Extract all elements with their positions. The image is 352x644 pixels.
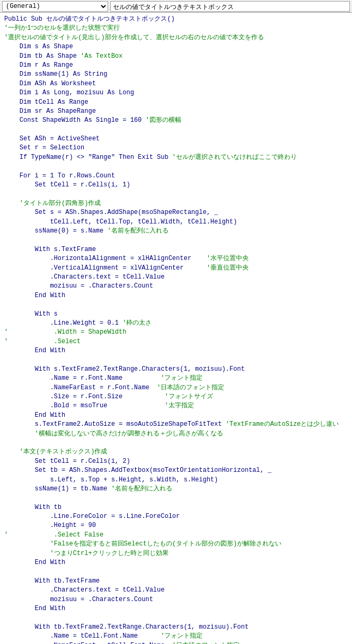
code-line: 'タイトル部分(四角形)作成	[4, 199, 348, 208]
code-line: Dim ASh As Worksheet	[4, 79, 348, 88]
code-line: tCell.Left, tCell.Top, tCell.Width, tCel…	[4, 218, 348, 227]
code-line: Dim r As Range	[4, 61, 348, 70]
code-line: Dim s As Shape	[4, 42, 348, 51]
code-line: .Characters.text = tCell.Value	[4, 273, 348, 282]
code-line: '横幅は変化しないで高さだけが調整される＋少し高さが高くなる	[4, 430, 348, 439]
code-line: With s	[4, 310, 348, 319]
scope-dropdown[interactable]: (General)	[2, 1, 108, 12]
code-line: .Name = tCell.Font.Name 'フォント指定	[4, 632, 348, 641]
code-line: ssName(1) = tb.Name '名前を配列に入れる	[4, 485, 348, 494]
code-line: Const ShapeWidth As Single = 160 '図形の横幅	[4, 116, 348, 125]
code-line: Dim i As Long, mozisuu As Long	[4, 88, 348, 97]
code-line: With s.TextFrame	[4, 245, 348, 254]
code-line: .Line.Weight = 0.1 '枠の太さ	[4, 319, 348, 328]
code-line: .Bold = msoTrue '太字指定	[4, 401, 348, 410]
code-line: With tb	[4, 503, 348, 512]
code-line: For i = 1 To r.Rows.Count	[4, 172, 348, 181]
code-line: Set s = ASh.Shapes.AddShape(msoShapeRect…	[4, 208, 348, 217]
code-line: .Characters.text = tCell.Value	[4, 586, 348, 595]
code-line: '選択セルの値でタイトル(見出し)部分を作成して、選択セルの右のセルの値で本文を…	[4, 33, 348, 42]
code-line: .VerticalAlignment = xlVAlignCenter '垂直位…	[4, 264, 348, 273]
code-line: 'つまりCtrl+クリックした時と同じ効果	[4, 549, 348, 558]
code-line: Set tCell = r.Cells(i, 2)	[4, 457, 348, 466]
code-line	[4, 190, 348, 199]
code-line: Public Sub セルの値でタイトルつきテキストボックス()	[4, 15, 348, 24]
code-line	[4, 355, 348, 364]
procedure-name: セルの値でタイトルつきテキストボックス	[110, 1, 350, 12]
code-line: .NameFarEast = tCell.Font.Name '日本語のフォント…	[4, 641, 348, 644]
code-line	[4, 567, 348, 576]
code-line: s.TextFrame2.AutoSize = msoAutoSizeShape…	[4, 420, 348, 429]
code-line	[4, 236, 348, 245]
code-line: End With	[4, 411, 348, 420]
code-line: .Line.ForeColor = s.Line.ForeColor	[4, 512, 348, 521]
code-line: .HorizontalAlignment = xlHAlignCenter '水…	[4, 254, 348, 263]
code-line: If TypeName(r) <> "Range" Then Exit Sub …	[4, 153, 348, 162]
code-line: End With	[4, 291, 348, 300]
code-line	[4, 162, 348, 171]
code-line	[4, 126, 348, 135]
code-line: 'Falseを指定すると前回Selectしたもの(タイトル部分の図形)が解除され…	[4, 540, 348, 549]
code-line: Dim sr As ShapeRange	[4, 107, 348, 116]
code-line: Set ASh = ActiveSheet	[4, 135, 348, 144]
code-line: With tb.TextFrame	[4, 577, 348, 586]
code-line: '本文(テキストボックス)作成	[4, 448, 348, 457]
code-line: Dim ssName(1) As String	[4, 70, 348, 79]
code-line: End With	[4, 346, 348, 355]
code-line: Dim tCell As Range	[4, 98, 348, 107]
code-line: .NameFarEast = r.Font.Name '日本語のフォント指定	[4, 383, 348, 392]
code-line: ' .Select	[4, 337, 348, 346]
code-line: .Size = r.Font.Size 'フォントサイズ	[4, 392, 348, 401]
code-line: mozisuu = .Characters.Count	[4, 595, 348, 604]
code-line: Set tb = ASh.Shapes.AddTextbox(msoTextOr…	[4, 466, 348, 475]
code-line	[4, 613, 348, 622]
code-line: ' .Width = ShapeWidth	[4, 328, 348, 337]
code-line: End With	[4, 558, 348, 567]
code-line: With tb.TextFrame2.TextRange.Characters(…	[4, 623, 348, 632]
code-line: .Height = 90	[4, 521, 348, 530]
code-line: Set tCell = r.Cells(i, 1)	[4, 181, 348, 190]
code-line: Dim tb As Shape 'As TextBox	[4, 52, 348, 61]
code-line: ssName(0) = s.Name '名前を配列に入れる	[4, 227, 348, 236]
code-line: '一列か1つのセルを選択した状態で実行	[4, 24, 348, 33]
code-line	[4, 300, 348, 309]
code-line: mozisuu = .Characters.Count	[4, 282, 348, 291]
top-bar: (General) セルの値でタイトルつきテキストボックス	[0, 0, 352, 13]
code-line: End With	[4, 604, 348, 613]
code-area: Public Sub セルの値でタイトルつきテキストボックス()'一列か1つのセ…	[0, 13, 352, 644]
code-line: With s.TextFrame2.TextRange.Characters(1…	[4, 365, 348, 374]
code-line: s.Left, s.Top + s.Height, s.Width, s.Hei…	[4, 476, 348, 485]
code-line: .Name = r.Font.Name 'フォント指定	[4, 374, 348, 383]
code-line	[4, 439, 348, 448]
code-line: Set r = Selection	[4, 144, 348, 153]
code-line	[4, 494, 348, 503]
code-line: ' .Select False	[4, 531, 348, 540]
